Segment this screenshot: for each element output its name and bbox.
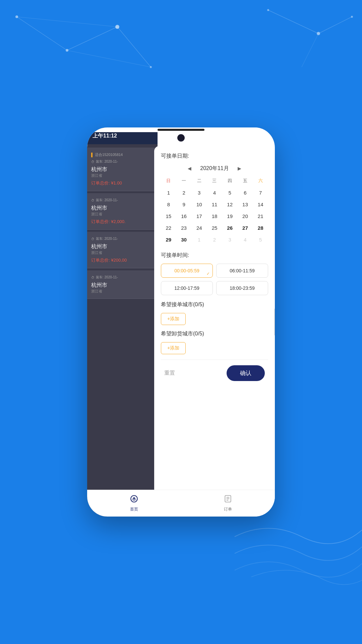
clock-icon: ⏱: [91, 237, 95, 241]
scroll-indicator: [274, 309, 275, 335]
svg-line-10: [318, 17, 352, 34]
list-item[interactable]: ⏱ 装车: 2020-11- 杭州市 浙江省 订单总价: ¥200,00: [87, 232, 158, 268]
cal-day-26[interactable]: 26: [222, 222, 238, 233]
cal-day-18[interactable]: 18: [207, 211, 222, 222]
cal-day-27[interactable]: 27: [238, 222, 253, 233]
cal-day-next-4[interactable]: 4: [238, 234, 253, 245]
add-pickup-city-button[interactable]: +添加: [161, 313, 186, 325]
time-slot-3[interactable]: 18:00-23:59: [216, 281, 268, 295]
prev-month-button[interactable]: ◀: [185, 164, 193, 172]
weekday-sun: 日: [161, 176, 176, 185]
cal-day-next-5[interactable]: 5: [253, 234, 268, 245]
nav-orders-label: 订单: [224, 506, 232, 512]
cal-day-29[interactable]: 29: [161, 234, 176, 245]
cal-day-14[interactable]: 14: [253, 199, 268, 210]
province-2: 浙江省: [91, 212, 154, 217]
phone-frame: 上午11:12 适合1520105814 ⏱ 装车: 2020-11- 杭州市 …: [87, 127, 275, 517]
order-list: 适合1520105814 ⏱ 装车: 2020-11- 杭州市 浙江省 订单总价…: [87, 144, 158, 304]
city-4: 杭州市: [91, 282, 154, 289]
phone-notch: [158, 129, 204, 131]
cal-day-19[interactable]: 19: [222, 211, 238, 222]
cal-day-28[interactable]: 28: [253, 222, 268, 233]
price-2: 订单总价: ¥2,000.: [91, 219, 154, 225]
svg-line-0: [17, 17, 67, 50]
cal-day-9[interactable]: 9: [176, 199, 192, 210]
time-section: 可接单时间: 00:00-05:59 06:00-11:59 12:00-17:…: [161, 252, 268, 295]
orders-icon: [224, 494, 232, 505]
cal-day-8[interactable]: 8: [161, 199, 176, 210]
add-delivery-city-button[interactable]: +添加: [161, 342, 186, 354]
cal-day-21[interactable]: 21: [253, 211, 268, 222]
calendar: ◀ 2020年11月 ▶ 日 一 二 三 四 五 六 1 2 3: [161, 164, 268, 245]
cal-day-7[interactable]: 7: [253, 187, 268, 198]
city-1: 杭州市: [91, 166, 154, 173]
cal-day-13[interactable]: 13: [238, 199, 253, 210]
phone-top-bar: [87, 127, 275, 132]
svg-line-3: [17, 17, 117, 27]
cal-day-16[interactable]: 16: [176, 211, 192, 222]
calendar-weekdays: 日 一 二 三 四 五 六: [161, 176, 268, 185]
cal-day-next-2[interactable]: 2: [207, 234, 222, 245]
cal-day-22[interactable]: 22: [161, 222, 176, 233]
phone-camera: [177, 134, 185, 142]
time-slot-1[interactable]: 06:00-11:59: [216, 264, 268, 278]
confirm-button[interactable]: 确认: [227, 365, 265, 381]
nav-home[interactable]: 首页: [87, 490, 181, 517]
cal-day-12[interactable]: 12: [222, 199, 238, 210]
cal-day-11[interactable]: 11: [207, 199, 222, 210]
cal-day-24[interactable]: 24: [191, 222, 207, 233]
svg-point-16: [133, 498, 135, 499]
svg-line-1: [67, 27, 117, 50]
delivery-city-section: 希望卸货城市(0/5) +添加: [161, 330, 268, 354]
next-month-button[interactable]: ▶: [236, 164, 244, 172]
cal-day-10[interactable]: 10: [191, 199, 207, 210]
bottom-nav: 首页 订单: [87, 490, 275, 517]
weekday-wed: 三: [207, 176, 222, 185]
cal-day-30[interactable]: 30: [176, 234, 192, 245]
clock-icon: ⏱: [91, 160, 95, 164]
cal-day-4[interactable]: 4: [207, 187, 222, 198]
cal-day-5[interactable]: 5: [222, 187, 238, 198]
list-item[interactable]: ⏱ 装车: 2020-11- 杭州市 浙江省: [87, 270, 158, 299]
svg-line-9: [268, 10, 318, 34]
time-slot-2[interactable]: 12:00-17:59: [161, 281, 213, 295]
delivery-city-label: 希望卸货城市(0/5): [161, 330, 268, 337]
cal-day-23[interactable]: 23: [176, 222, 192, 233]
city-3: 杭州市: [91, 243, 154, 250]
cal-day-2[interactable]: 2: [176, 187, 192, 198]
clock-icon: ⏱: [91, 276, 95, 279]
svg-point-6: [66, 49, 68, 52]
weekday-tue: 二: [191, 176, 207, 185]
cal-day-6[interactable]: 6: [238, 187, 253, 198]
svg-point-14: [351, 16, 353, 18]
load-date-3: 装车: 2020-11-: [96, 236, 118, 241]
svg-point-8: [150, 66, 152, 68]
province-1: 浙江省: [91, 173, 154, 178]
cal-day-20[interactable]: 20: [238, 211, 253, 222]
cal-day-15[interactable]: 15: [161, 211, 176, 222]
background-list: 上午11:12 适合1520105814 ⏱ 装车: 2020-11- 杭州市 …: [87, 127, 158, 517]
cal-day-1[interactable]: 1: [161, 187, 176, 198]
weekday-fri: 五: [238, 176, 253, 185]
cal-day-next-1[interactable]: 1: [191, 234, 207, 245]
svg-point-13: [317, 32, 320, 35]
price-1: 订单总价: ¥1.00: [91, 180, 154, 186]
list-item[interactable]: 适合1520105814 ⏱ 装车: 2020-11- 杭州市 浙江省 订单总价…: [87, 148, 158, 191]
cal-day-3[interactable]: 3: [191, 187, 207, 198]
svg-point-7: [115, 25, 119, 29]
filter-panel: 可接单日期: ◀ 2020年11月 ▶ 日 一 二 三 四 五 六: [154, 146, 275, 517]
province-4: 浙江省: [91, 289, 154, 294]
date-section-label: 可接单日期:: [161, 153, 268, 160]
svg-line-4: [67, 50, 151, 67]
list-item[interactable]: ⏱ 装车: 2020-11- 杭州市 浙江省 订单总价: ¥2,000.: [87, 193, 158, 230]
time-display: 上午11:12: [93, 132, 117, 140]
time-slot-0[interactable]: 00:00-05:59: [161, 264, 213, 278]
price-3: 订单总价: ¥200,00: [91, 257, 154, 263]
cal-day-next-3[interactable]: 3: [222, 234, 238, 245]
cal-day-25[interactable]: 25: [207, 222, 222, 233]
nav-orders[interactable]: 订单: [181, 490, 275, 517]
cal-day-17[interactable]: 17: [191, 211, 207, 222]
reset-button[interactable]: 重置: [164, 370, 175, 377]
weekday-sat: 六: [253, 176, 268, 185]
pickup-city-section: 希望接单城市(0/5) +添加: [161, 301, 268, 325]
